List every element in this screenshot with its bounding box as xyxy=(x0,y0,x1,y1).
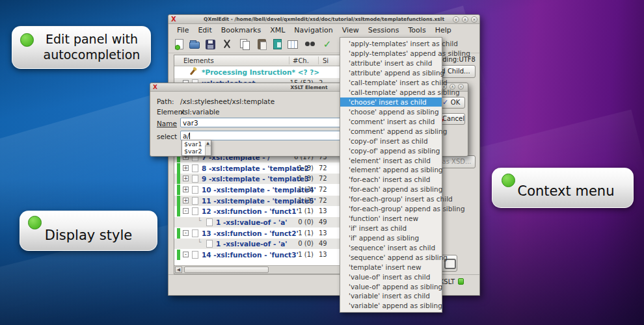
display-style-bar xyxy=(177,185,180,195)
validate-check-icon[interactable]: ✓ xyxy=(321,38,333,50)
expand-toggle-icon[interactable]: + xyxy=(183,165,189,171)
row-child-count: 1 (3) xyxy=(286,164,314,172)
display-style-bar xyxy=(177,250,180,260)
menu-item[interactable]: 'if' insert as child xyxy=(340,224,442,233)
element-page-icon xyxy=(206,240,213,248)
element-page-icon xyxy=(206,218,213,226)
new-file-icon[interactable] xyxy=(175,39,183,49)
row-child-count: 1 (3) xyxy=(286,186,314,193)
row-child-count: 1 (1) xyxy=(286,207,314,214)
menu-item[interactable]: 'comment' append as sibling xyxy=(340,126,442,136)
menu-item[interactable]: 'sequence' insert as child xyxy=(340,242,442,252)
menu-item[interactable]: 'if' append as sibling xyxy=(340,233,442,242)
binoculars-find-icon[interactable] xyxy=(304,38,315,50)
menu-item[interactable]: 'attribute' insert as child xyxy=(340,58,442,68)
row-child-count: 1 (1) xyxy=(286,251,314,258)
column-children[interactable]: #Ch. xyxy=(293,57,309,64)
callout-text-line1: Edit panel with xyxy=(38,32,145,47)
find-in-file-icon[interactable] xyxy=(273,39,282,49)
element-page-icon xyxy=(192,251,198,259)
expand-toggle-icon[interactable]: - xyxy=(183,230,189,236)
column-elements[interactable]: Elements xyxy=(183,57,214,64)
menu-item[interactable]: 'call-template' insert as child xyxy=(340,78,442,88)
menu-item[interactable]: 'copy-of' append as sibling xyxy=(340,146,442,155)
menu-item[interactable]: 'copy-of' insert as child xyxy=(340,136,442,146)
paste-icon[interactable] xyxy=(258,39,266,49)
menu-item[interactable]: 'value-of' append as sibling xyxy=(340,281,442,291)
expand-toggle-icon[interactable]: + xyxy=(183,198,189,203)
close-icon[interactable]: × xyxy=(471,16,477,23)
expand-toggle-icon[interactable]: + xyxy=(183,176,189,181)
row-size: 13 xyxy=(319,251,334,258)
autocomplete-popup: $var1 $var2 ▲ xyxy=(181,140,211,156)
element-page-icon xyxy=(192,164,198,172)
menu-item[interactable]: 'for-each' append as sibling xyxy=(340,185,442,194)
window-titlebar[interactable]: X QXmlEdit - /home/lbell/devel/qxmledit/… xyxy=(168,15,479,24)
maximize-icon[interactable]: ∧ xyxy=(462,16,468,23)
menu-xml[interactable]: XML xyxy=(265,26,289,34)
menu-item[interactable]: 'function' insert new xyxy=(340,214,442,224)
menu-navigation[interactable]: Navigation xyxy=(289,26,337,34)
menu-item[interactable]: 'variable' insert as child xyxy=(340,291,442,301)
callout-text: Context menu xyxy=(499,183,633,200)
expand-toggle-icon[interactable]: + xyxy=(183,187,189,192)
open-file-icon[interactable] xyxy=(189,42,200,49)
select-label: select xyxy=(157,133,177,140)
menu-item[interactable]: 'for-each-group' append as sibling xyxy=(340,204,442,214)
row-size: 72 xyxy=(319,186,334,193)
menu-item[interactable]: 'element' append as sibling xyxy=(340,165,442,175)
name-label: Name xyxy=(157,120,177,127)
tree-connector: └ xyxy=(198,239,201,246)
row-label: 1 -xsl:value-of - 'a' xyxy=(216,218,288,226)
column-size[interactable]: Si xyxy=(323,57,329,64)
menu-item[interactable]: 'value-of' insert as child xyxy=(340,272,442,281)
menu-edit[interactable]: Edit xyxy=(193,26,216,34)
cut-icon[interactable] xyxy=(221,38,233,50)
expand-toggle-icon[interactable]: - xyxy=(183,208,189,214)
menu-item-highlighted[interactable]: 'choose' insert as child xyxy=(340,98,442,107)
save-file-icon[interactable] xyxy=(206,40,215,49)
menu-item[interactable]: 'for-each-group' insert as child xyxy=(340,194,442,204)
display-style-bar xyxy=(177,196,180,206)
row-child-count: 0 (0) xyxy=(286,240,314,247)
menu-item[interactable]: 'sequence' append as sibling xyxy=(340,252,442,262)
view-columns-icon[interactable] xyxy=(288,40,298,49)
menu-item[interactable]: 'choose' append as sibling xyxy=(340,107,442,116)
element-page-icon xyxy=(192,229,198,237)
scrollbar-thumb[interactable] xyxy=(184,266,269,273)
expand-toggle-icon[interactable]: - xyxy=(183,252,189,257)
menu-item[interactable]: 'call-template' append as sibling xyxy=(340,88,442,98)
menu-tools[interactable]: Tools xyxy=(404,26,431,34)
menu-help[interactable]: Help xyxy=(431,26,456,34)
row-child-count: 0 (0) xyxy=(286,218,314,226)
row-size: 49 xyxy=(319,218,334,226)
menu-item[interactable]: 'for-each' insert as child xyxy=(340,175,442,185)
display-style-bar xyxy=(177,228,180,239)
row-size: 72 xyxy=(319,197,334,204)
menu-bookmarks[interactable]: Bookmarks xyxy=(217,26,265,34)
row-label: 12 -xsl:function - 'funct1' xyxy=(202,207,299,215)
menu-item[interactable]: 'variable' append as sibling xyxy=(340,301,442,311)
text-cursor xyxy=(189,133,190,139)
column-separator xyxy=(318,57,319,64)
display-style-bar xyxy=(177,206,180,216)
callout-text: Display style xyxy=(20,227,157,244)
path-label: Path: xyxy=(157,98,174,105)
scroll-left-icon[interactable]: ◀ xyxy=(175,266,182,273)
menu-item[interactable]: 'apply-templates' append as sibling xyxy=(340,49,442,58)
menu-sessions[interactable]: Sessions xyxy=(364,26,404,34)
menu-item[interactable]: 'apply-templates' insert as child xyxy=(340,39,442,49)
copy-icon[interactable] xyxy=(239,38,250,50)
menu-item[interactable]: 'element' insert as child xyxy=(340,155,442,165)
menu-item[interactable]: 'comment' insert as child xyxy=(340,116,442,126)
menu-file[interactable]: File xyxy=(172,26,193,34)
minimize-icon[interactable]: ∨ xyxy=(453,16,459,23)
menu-item[interactable]: 'attribute' append as sibling xyxy=(340,68,442,78)
menu-item[interactable]: 'template' insert new xyxy=(340,262,442,272)
scroll-up-icon[interactable]: ▲ xyxy=(205,140,211,146)
path-value: /xsl:stylesheet/xsl:template xyxy=(180,98,275,105)
ok-button[interactable]: OK xyxy=(439,97,465,109)
menu-view[interactable]: View xyxy=(338,26,364,34)
row-label: 14 -xsl:function - 'funct3' xyxy=(202,251,299,259)
row-label: 13 -xsl:function - 'funct2' xyxy=(202,229,299,237)
